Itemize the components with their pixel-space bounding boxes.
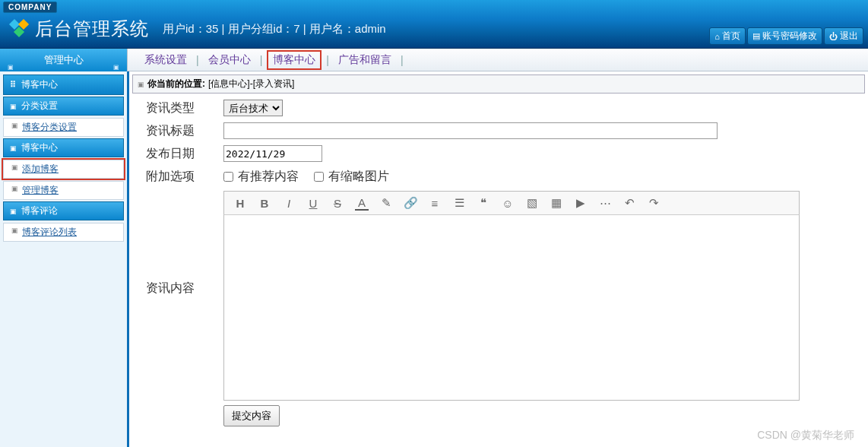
label-type: 资讯类型	[132, 100, 223, 116]
tool-redo-icon[interactable]: ↷	[647, 196, 661, 210]
sidebar-head: ⠿博客中心	[3, 74, 124, 95]
tool-quote-icon[interactable]: ❝	[477, 196, 490, 210]
label-content: 资讯内容	[132, 189, 223, 296]
tool-list-ul-icon[interactable]: ☰	[452, 196, 466, 210]
tool-bold-icon[interactable]: B	[258, 197, 271, 210]
content-area: 你当前的位置: [信息中心]-[录入资讯] 资讯类型 后台技术 资讯标题 发布日	[129, 71, 868, 447]
user-info: 用户id：35 | 用户分组id：7 | 用户名：admin	[163, 22, 386, 36]
breadcrumb: 你当前的位置: [信息中心]-[录入资讯]	[132, 74, 865, 94]
tool-emoji-icon[interactable]: ☺	[501, 197, 515, 210]
sidebar-group-comments[interactable]: 博客评论	[3, 201, 124, 220]
input-title[interactable]	[223, 122, 718, 139]
crumb-label: 你当前的位置:	[147, 78, 205, 90]
nav-blog-center[interactable]: 博客中心	[267, 50, 322, 70]
tool-image-icon[interactable]: ▧	[525, 196, 539, 210]
company-tag: COMPANY	[3, 2, 57, 13]
doc-icon: ▤	[752, 31, 760, 41]
home-button[interactable]: ⌂首页	[709, 27, 746, 45]
tool-list-ol-icon[interactable]: ≡	[428, 197, 442, 210]
checkbox-thumbnail-label[interactable]: 有缩略图片	[314, 169, 389, 185]
sidebar-group-blog[interactable]: 博客中心	[3, 138, 124, 157]
checkbox-recommend-label[interactable]: 有推荐内容	[223, 169, 299, 185]
checkbox-thumbnail[interactable]	[314, 172, 324, 182]
label-date: 发布日期	[132, 146, 223, 162]
label-extra: 附加选项	[132, 169, 223, 185]
tool-textcolor-icon[interactable]: A	[355, 196, 369, 211]
home-icon: ⌂	[714, 32, 720, 41]
nav-system-settings[interactable]: 系统设置	[140, 51, 192, 69]
tool-underline-icon[interactable]: U	[306, 197, 320, 210]
tool-heading-icon[interactable]: H	[233, 197, 247, 210]
sidebar-item-manage-blog[interactable]: 管理博客	[3, 181, 124, 200]
subnav: 管理中心 系统设置 | 会员中心 | 博客中心 | 广告和留言 |	[0, 49, 868, 71]
tool-link-icon[interactable]: 🔗	[404, 196, 417, 210]
app-logo-icon	[8, 17, 30, 40]
submit-button[interactable]: 提交内容	[223, 405, 280, 426]
tool-table-icon[interactable]: ▦	[550, 196, 563, 210]
tool-brush-icon[interactable]: ✎	[379, 196, 393, 210]
app-header: COMPANY 后台管理系统 用户id：35 | 用户分组id：7 | 用户名：…	[0, 0, 868, 49]
sidebar-group-category[interactable]: 分类设置	[3, 97, 124, 116]
watermark: CSDN @黄菊华老师	[757, 429, 854, 442]
editor-textarea[interactable]	[223, 215, 800, 401]
crumb-path: [信息中心]-[录入资讯]	[208, 78, 294, 90]
app-title: 后台管理系统	[35, 17, 149, 41]
logout-button[interactable]: ⏻退出	[824, 27, 863, 45]
tool-strike-icon[interactable]: S	[331, 197, 344, 210]
input-date[interactable]	[223, 145, 322, 162]
power-icon: ⏻	[829, 32, 838, 41]
checkbox-recommend[interactable]	[223, 172, 233, 182]
change-password-button[interactable]: ▤账号密码修改	[747, 27, 822, 45]
tool-more-icon[interactable]: ⋯	[598, 196, 612, 210]
tool-video-icon[interactable]: ▶	[574, 196, 588, 210]
label-title: 资讯标题	[132, 123, 223, 139]
nav-ads-messages[interactable]: 广告和留言	[334, 51, 396, 69]
tool-undo-icon[interactable]: ↶	[622, 196, 636, 210]
tool-italic-icon[interactable]: I	[282, 197, 296, 210]
editor-toolbar: H B I U S A ✎ 🔗 ≡ ☰ ❝ ☺ ▧ ▦ ▶	[223, 191, 800, 215]
select-type[interactable]: 后台技术	[223, 100, 283, 116]
management-center-tab[interactable]: 管理中心	[0, 49, 128, 71]
nav-member-center[interactable]: 会员中心	[204, 51, 255, 69]
sidebar: ⠿博客中心 分类设置 博客分类设置 博客中心 添加博客 管理博客 博客评论 博客…	[0, 71, 129, 447]
form: 资讯类型 后台技术 资讯标题 发布日期 附	[132, 97, 865, 428]
sidebar-item-blog-category[interactable]: 博客分类设置	[3, 118, 124, 137]
sidebar-item-add-blog[interactable]: 添加博客	[3, 160, 124, 179]
dots-icon: ⠿	[10, 80, 17, 90]
sidebar-item-comment-list[interactable]: 博客评论列表	[3, 223, 124, 242]
